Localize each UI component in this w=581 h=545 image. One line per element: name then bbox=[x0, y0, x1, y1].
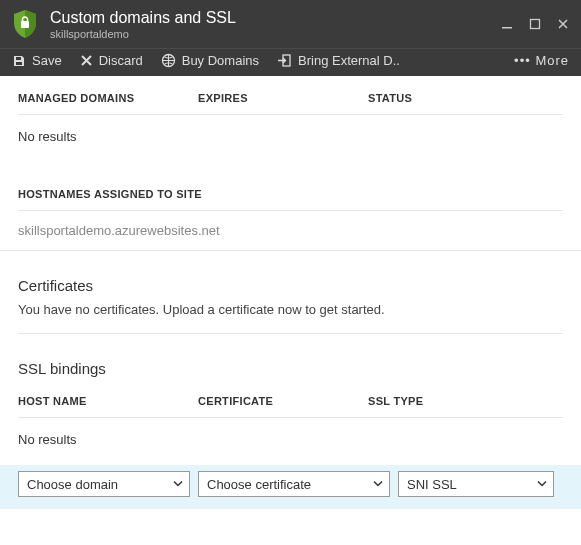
col-expires: EXPIRES bbox=[198, 92, 368, 104]
shield-lock-icon bbox=[12, 9, 38, 39]
chevron-down-icon bbox=[173, 477, 183, 492]
ssl-type-select[interactable]: SNI SSL bbox=[398, 471, 554, 497]
minimize-icon[interactable] bbox=[501, 18, 513, 30]
ssl-bindings-title: SSL bindings bbox=[18, 360, 563, 377]
choose-domain-select[interactable]: Choose domain bbox=[18, 471, 190, 497]
toolbar: Save Discard Buy Domains Bring External … bbox=[0, 48, 581, 76]
ssl-bindings-empty: No results bbox=[0, 418, 581, 457]
blade-subtitle: skillsportaldemo bbox=[50, 28, 501, 40]
chevron-down-icon bbox=[537, 477, 547, 492]
col-certificate: CERTIFICATE bbox=[198, 395, 368, 407]
col-status: STATUS bbox=[368, 92, 563, 104]
more-button[interactable]: ••• More bbox=[514, 53, 569, 68]
col-ssltype: SSL TYPE bbox=[368, 395, 563, 407]
globe-icon bbox=[161, 53, 176, 68]
external-icon bbox=[277, 53, 292, 68]
managed-domains-empty: No results bbox=[0, 115, 581, 158]
col-hostname: HOST NAME bbox=[18, 395, 198, 407]
svg-rect-2 bbox=[531, 20, 540, 29]
ssl-bindings-header-row: HOST NAME CERTIFICATE SSL TYPE bbox=[0, 385, 581, 417]
save-button[interactable]: Save bbox=[12, 53, 62, 68]
svg-rect-0 bbox=[21, 21, 29, 28]
col-managed-domains: MANAGED DOMAINS bbox=[18, 92, 198, 104]
close-icon[interactable] bbox=[557, 18, 569, 30]
blade-header: Custom domains and SSL skillsportaldemo bbox=[0, 0, 581, 48]
certificates-title: Certificates bbox=[18, 277, 563, 294]
ssl-type-value: SNI SSL bbox=[407, 477, 457, 492]
more-label: More bbox=[535, 53, 569, 68]
svg-rect-1 bbox=[502, 27, 512, 29]
ssl-bindings-section: SSL bindings bbox=[0, 334, 581, 385]
chevron-down-icon bbox=[373, 477, 383, 492]
maximize-icon[interactable] bbox=[529, 18, 541, 30]
hostnames-section-header: HOSTNAMES ASSIGNED TO SITE bbox=[0, 158, 581, 210]
ellipsis-icon: ••• bbox=[514, 53, 531, 68]
choose-certificate-value: Choose certificate bbox=[207, 477, 311, 492]
ssl-bindings-add-row: Choose domain Choose certificate SNI SSL bbox=[0, 465, 581, 509]
window-controls bbox=[501, 18, 569, 30]
save-icon bbox=[12, 54, 26, 68]
bring-external-button[interactable]: Bring External D.. bbox=[277, 53, 400, 68]
hostnames-title: HOSTNAMES ASSIGNED TO SITE bbox=[18, 188, 563, 200]
certificates-section: Certificates bbox=[0, 251, 581, 302]
save-label: Save bbox=[32, 53, 62, 68]
choose-domain-value: Choose domain bbox=[27, 477, 118, 492]
hostname-row: skillsportaldemo.azurewebsites.net bbox=[0, 211, 581, 251]
certificates-desc: You have no certificates. Upload a certi… bbox=[0, 302, 581, 327]
header-titles: Custom domains and SSL skillsportaldemo bbox=[50, 9, 501, 40]
discard-label: Discard bbox=[99, 53, 143, 68]
buy-domains-button[interactable]: Buy Domains bbox=[161, 53, 259, 68]
discard-icon bbox=[80, 54, 93, 67]
buy-domains-label: Buy Domains bbox=[182, 53, 259, 68]
bring-external-label: Bring External D.. bbox=[298, 53, 400, 68]
choose-certificate-select[interactable]: Choose certificate bbox=[198, 471, 390, 497]
discard-button[interactable]: Discard bbox=[80, 53, 143, 68]
managed-domains-header-row: MANAGED DOMAINS EXPIRES STATUS bbox=[0, 76, 581, 114]
blade-title: Custom domains and SSL bbox=[50, 9, 501, 27]
